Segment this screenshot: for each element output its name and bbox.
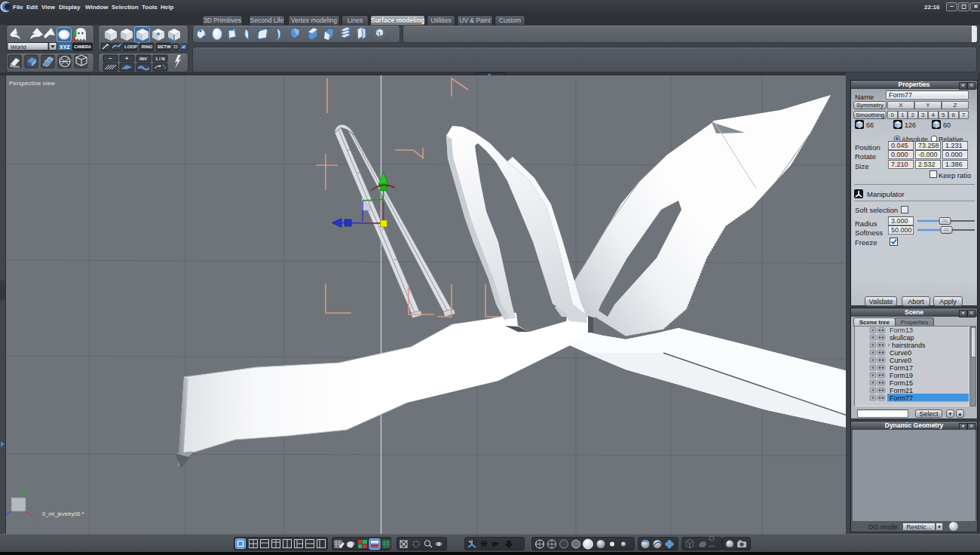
svg-text:y: y	[23, 483, 25, 488]
svg-text:Perspective view: Perspective view	[9, 80, 55, 87]
svg-text:Form17: Form17	[890, 364, 913, 372]
svg-text:Form21: Form21	[890, 387, 913, 394]
svg-text:Form19: Form19	[890, 372, 913, 379]
svg-text:60: 60	[943, 121, 951, 129]
svg-text:−: −	[109, 56, 112, 61]
svg-text:World: World	[11, 44, 26, 51]
svg-text:XYZ: XYZ	[60, 44, 70, 50]
svg-text:Curve0: Curve0	[890, 357, 911, 364]
svg-text:Form13: Form13	[890, 327, 913, 334]
svg-text:skullcap: skullcap	[890, 334, 914, 342]
svg-text:Form15: Form15	[890, 379, 913, 387]
svg-text:66: 66	[866, 121, 874, 129]
svg-text:0_mi_jevelry06 *: 0_mi_jevelry06 *	[42, 511, 84, 517]
svg-text:RING: RING	[142, 44, 153, 49]
svg-text:Form77: Form77	[890, 394, 913, 402]
svg-text:x: x	[32, 517, 34, 522]
svg-text:INV: INV	[139, 57, 147, 61]
svg-text:hairstrands: hairstrands	[892, 342, 926, 349]
svg-text:+: +	[125, 56, 128, 61]
svg-text:Curve0: Curve0	[890, 349, 911, 357]
svg-text:Manipulator: Manipulator	[867, 190, 905, 198]
svg-text:LOOP: LOOP	[124, 44, 137, 49]
svg-text:CAMERA: CAMERA	[74, 44, 92, 49]
svg-text:1 / N: 1 / N	[155, 57, 165, 61]
svg-text:126: 126	[905, 121, 916, 129]
svg-text:BETW: BETW	[158, 44, 171, 49]
